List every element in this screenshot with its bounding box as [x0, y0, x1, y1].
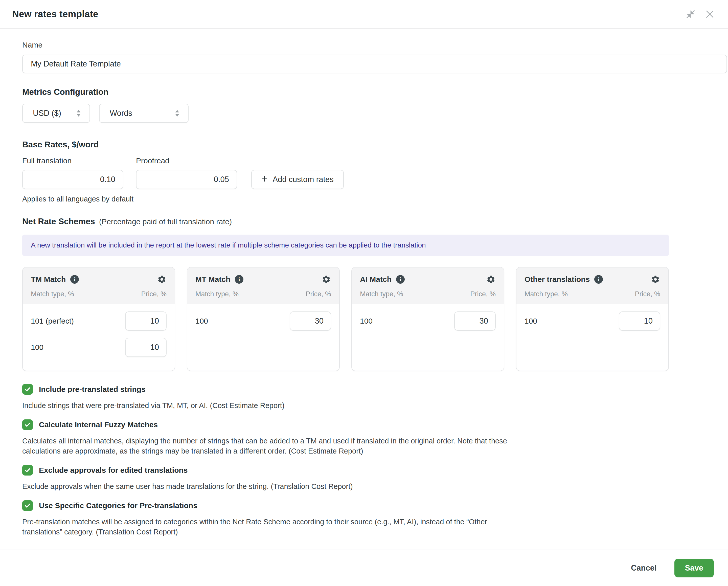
full-translation-label: Full translation — [22, 156, 136, 166]
checkbox-checked-icon[interactable] — [22, 500, 33, 511]
currency-select[interactable]: USD ($) — [22, 104, 90, 123]
rate-card-title: MT Match — [196, 275, 230, 284]
modal-footer: Cancel Save — [0, 550, 728, 586]
gear-icon — [322, 275, 331, 284]
option-checkbox-row[interactable]: Use Specific Categories for Pre-translat… — [22, 500, 728, 511]
info-icon[interactable]: i — [70, 275, 79, 284]
collapse-button[interactable] — [684, 8, 697, 20]
rate-card-body: 100 — [516, 304, 668, 331]
net-rate-card: MT Match i Match type, % Price, % 100 — [187, 267, 340, 371]
info-icon[interactable]: i — [235, 275, 243, 284]
option-description: Exclude approvals when the same user has… — [22, 481, 528, 491]
metrics-heading: Metrics Configuration — [22, 86, 728, 98]
option-item: Use Specific Categories for Pre-translat… — [22, 500, 728, 537]
match-type-value: 100 — [360, 317, 372, 325]
price-input[interactable] — [290, 311, 331, 331]
price-input[interactable] — [454, 311, 496, 331]
plus-icon: + — [261, 174, 268, 184]
net-rate-cards: TM Match i Match type, % Price, % 101 (p… — [22, 267, 669, 371]
unit-select[interactable]: Words — [99, 104, 188, 123]
match-type-column-label: Match type, % — [196, 290, 239, 298]
rate-card-body: 100 — [187, 304, 339, 331]
match-type-value: 100 — [524, 317, 537, 325]
match-type-value: 100 — [196, 317, 208, 325]
checkbox-checked-icon[interactable] — [22, 419, 33, 430]
collapse-icon — [685, 9, 696, 19]
match-type-value: 101 (perfect) — [31, 317, 74, 325]
rate-card-title: Other translations — [524, 275, 590, 284]
close-icon — [705, 9, 715, 19]
rate-card-header: MT Match i Match type, % Price, % — [187, 267, 339, 304]
checkbox-checked-icon[interactable] — [22, 465, 33, 476]
price-column-label: Price, % — [141, 290, 166, 298]
info-banner-text: A new translation will be included in th… — [31, 241, 426, 249]
unit-value: Words — [110, 109, 132, 118]
close-button[interactable] — [704, 8, 716, 20]
net-rate-card: AI Match i Match type, % Price, % 100 — [352, 267, 504, 371]
option-checkbox-row[interactable]: Include pre-translated strings — [22, 384, 728, 395]
gear-icon — [486, 275, 495, 284]
option-description: Pre-translation matches will be assigned… — [22, 517, 528, 537]
option-item: Calculate Internal Fuzzy Matches Calcula… — [22, 419, 728, 456]
add-custom-rates-button[interactable]: + Add custom rates — [251, 170, 344, 189]
option-label: Include pre-translated strings — [39, 385, 146, 393]
cancel-button[interactable]: Cancel — [631, 563, 657, 572]
options-list: Include pre-translated strings Include s… — [22, 384, 728, 537]
rate-card-header: Other translations i Match type, % Price… — [516, 267, 668, 304]
card-settings-button[interactable] — [321, 275, 331, 284]
price-input[interactable] — [125, 311, 166, 331]
proofread-label: Proofread — [136, 156, 170, 166]
price-column-label: Price, % — [470, 290, 496, 298]
name-label: Name — [22, 40, 728, 50]
option-checkbox-row[interactable]: Calculate Internal Fuzzy Matches — [22, 419, 728, 430]
full-translation-input[interactable] — [22, 170, 123, 189]
card-settings-button[interactable] — [157, 275, 166, 284]
option-label: Calculate Internal Fuzzy Matches — [39, 421, 158, 429]
price-column-label: Price, % — [635, 290, 660, 298]
match-type-column-label: Match type, % — [524, 290, 568, 298]
rate-card-title: AI Match — [360, 275, 392, 284]
base-rates-hint: Applies to all languages by default — [22, 194, 728, 204]
card-settings-button[interactable] — [486, 275, 496, 284]
rate-card-header: AI Match i Match type, % Price, % — [352, 267, 504, 304]
info-icon[interactable]: i — [396, 275, 405, 284]
add-custom-rates-label: Add custom rates — [273, 175, 334, 184]
option-description: Calculates all internal matches, display… — [22, 436, 528, 456]
rate-row: 100 — [360, 311, 496, 331]
sort-caret-icon — [174, 109, 181, 118]
match-type-value: 100 — [31, 343, 44, 352]
checkbox-checked-icon[interactable] — [22, 384, 33, 394]
proofread-input[interactable] — [136, 170, 237, 189]
sort-caret-icon — [75, 109, 82, 118]
option-label: Exclude approvals for edited translation… — [39, 466, 188, 475]
option-label: Use Specific Categories for Pre-translat… — [39, 501, 198, 510]
net-rate-schemes-subtitle: (Percentage paid of full translation rat… — [99, 218, 232, 226]
option-item: Exclude approvals for edited translation… — [22, 465, 728, 491]
match-type-column-label: Match type, % — [31, 290, 74, 298]
save-button[interactable]: Save — [674, 559, 714, 578]
rate-card-body: 100 — [352, 304, 504, 331]
gear-icon — [157, 275, 166, 284]
name-input[interactable] — [22, 55, 727, 73]
price-input[interactable] — [619, 311, 660, 331]
info-banner: A new translation will be included in th… — [22, 235, 669, 256]
gear-icon — [651, 275, 660, 284]
currency-value: USD ($) — [33, 109, 61, 118]
rate-card-title: TM Match — [31, 275, 66, 284]
option-checkbox-row[interactable]: Exclude approvals for edited translation… — [22, 465, 728, 476]
net-rate-card: TM Match i Match type, % Price, % 101 (p… — [22, 267, 175, 371]
rate-card-body: 101 (perfect) 100 — [23, 304, 175, 357]
rate-card-header: TM Match i Match type, % Price, % — [23, 267, 175, 304]
rate-row: 100 — [196, 311, 331, 331]
card-settings-button[interactable] — [651, 275, 660, 284]
modal-header: New rates template — [0, 0, 728, 29]
info-icon[interactable]: i — [594, 275, 603, 284]
rate-row: 100 — [31, 338, 166, 357]
net-rate-card: Other translations i Match type, % Price… — [516, 267, 669, 371]
option-description: Include strings that were pre-translated… — [22, 401, 528, 411]
price-input[interactable] — [125, 338, 166, 357]
page-title: New rates template — [12, 9, 98, 20]
match-type-column-label: Match type, % — [360, 290, 403, 298]
net-rate-schemes-heading: Net Rate Schemes — [22, 216, 95, 227]
base-rates-heading: Base Rates, $/word — [22, 139, 728, 150]
